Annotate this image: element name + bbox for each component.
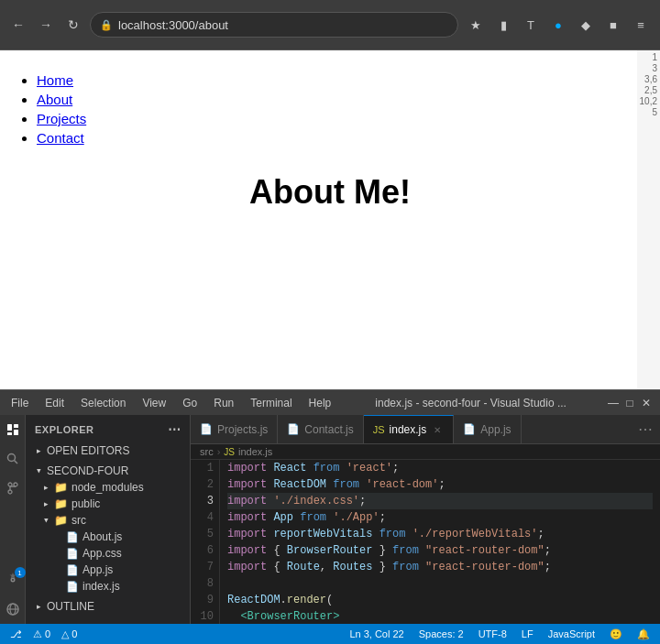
sidebar-header: EXPLORER ⋯ [26,415,190,441]
tab-projects-js[interactable]: 📄 Projects.js [191,415,278,444]
source-control-icon[interactable] [2,477,24,499]
nav-forward-button[interactable]: → [35,14,57,36]
breadcrumb: src › JS index.js [191,444,660,460]
menu-view[interactable]: View [138,395,170,411]
nav-link-about[interactable]: About [37,92,72,107]
src-folder-icon: 📁 [54,514,68,527]
settings-badge: 1 [15,567,26,578]
menu-terminal[interactable]: Terminal [247,395,295,411]
file-about-js[interactable]: 📄 About.js [26,529,190,545]
nav-item-home[interactable]: Home [37,72,660,88]
node-modules-folder[interactable]: ▸ 📁 node_modules [26,479,190,496]
translate-icon[interactable]: T [519,13,543,37]
project-folder[interactable]: ▸ SECOND-FOUR [26,463,190,479]
menu-icon[interactable]: ≡ [629,13,653,37]
firefox-sync-icon[interactable]: ● [546,13,570,37]
language-indicator[interactable]: JavaScript [545,628,598,640]
sidebar-more-icon[interactable]: ⋯ [168,422,182,437]
window-minimize-button[interactable]: — [607,397,620,409]
git-branch-icon[interactable]: ⎇ [7,628,25,640]
tabs-more-button[interactable]: ⋯ [631,420,660,438]
code-line-9: ReactDOM.render( [227,592,653,608]
bookmark-icon[interactable]: ★ [464,13,488,37]
nav-item-contact[interactable]: Contact [37,130,660,146]
menu-go[interactable]: Go [179,395,201,411]
code-editor[interactable]: 1 2 3 4 5 6 7 8 9 10 11 12 13 import Rea… [191,460,660,624]
window-close-button[interactable]: ✕ [640,397,653,409]
nav-item-about[interactable]: About [37,92,660,107]
chevron-icon: ▸ [37,446,41,455]
file-index-js[interactable]: 📄 index.js [26,578,190,595]
breadcrumb-src: src [200,446,214,457]
public-label: public [72,497,100,510]
menu-selection[interactable]: Selection [77,395,129,411]
nav-item-projects[interactable]: Projects [37,111,660,126]
vscode-body: 1 EXPLORER ⋯ ▸ OPEN EDITORS ▸ SECO [0,415,660,624]
tab-contact-js[interactable]: 📄 Contact.js [278,415,363,444]
outline-chevron: ▸ [37,602,41,611]
line-numbers: 1 2 3 4 5 6 7 8 9 10 11 12 13 [191,460,220,624]
address-bar[interactable]: 🔒 localhost:3000/about [90,12,458,38]
project-name: SECOND-FOUR [47,464,128,477]
shield-icon[interactable]: ◆ [574,13,598,37]
outline-folder[interactable]: ▸ OUTLINE [26,598,190,615]
pocket-icon[interactable]: ▮ [491,13,515,37]
app-js-icon: 📄 [66,564,79,576]
eol-indicator[interactable]: LF [519,628,536,640]
settings-icon[interactable]: 1 [2,569,24,591]
node-modules-chevron: ▸ [44,483,49,492]
open-editors-folder[interactable]: ▸ OPEN EDITORS [26,442,190,459]
open-editors-label: OPEN EDITORS [47,444,129,457]
menu-file[interactable]: File [7,395,32,411]
breadcrumb-filename: index.js [238,446,272,457]
status-bar: ⎇ ⚠ 0 △ 0 Ln 3, Col 22 Spaces: 2 UTF-8 L… [0,624,660,644]
code-content[interactable]: import React from 'react'; import ReactD… [220,460,660,624]
activity-bar: 1 [0,415,26,624]
ln-col-indicator[interactable]: Ln 3, Col 22 [346,628,406,640]
breadcrumb-file-icon: JS [224,447,235,457]
menu-edit[interactable]: Edit [41,395,68,411]
code-line-6: import { BrowserRouter } from "react-rou… [227,542,653,559]
search-icon[interactable] [2,448,24,470]
src-folder[interactable]: ▸ 📁 src [26,512,190,529]
public-folder[interactable]: ▸ 📁 public [26,496,190,512]
encoding-indicator[interactable]: UTF-8 [476,628,510,640]
nav-reload-button[interactable]: ↻ [62,14,84,36]
nav-link-contact[interactable]: Contact [37,130,84,146]
tab-contact-label: Contact.js [304,423,353,436]
svg-point-4 [7,454,15,462]
explorer-icon[interactable] [2,419,24,441]
tab-app-js[interactable]: 📄 App.js [454,415,521,444]
svg-line-5 [14,461,17,464]
svg-rect-1 [14,424,18,428]
site-nav: Home About Projects Contact [0,50,660,146]
notifications-icon[interactable]: 🔔 [634,628,653,640]
extensions-icon[interactable]: ■ [601,13,625,37]
spaces-indicator[interactable]: Spaces: 2 [416,628,467,640]
file-app-js[interactable]: 📄 App.js [26,562,190,578]
sidebar: EXPLORER ⋯ ▸ OPEN EDITORS ▸ SECOND-FOUR … [26,415,191,624]
remote-icon[interactable] [2,598,24,620]
svg-point-8 [8,490,12,494]
public-chevron: ▸ [44,499,49,508]
nav-back-button[interactable]: ← [7,14,29,36]
status-right: Ln 3, Col 22 Spaces: 2 UTF-8 LF JavaScri… [346,628,653,640]
warnings-count[interactable]: △ 0 [59,628,80,640]
menu-run[interactable]: Run [210,395,237,411]
app-css-label: App.css [82,547,122,560]
window-maximize-button[interactable]: □ [623,397,636,409]
tab-close-icon[interactable]: ✕ [431,423,444,436]
editor-area: 📄 Projects.js 📄 Contact.js JS index.js ✕… [191,415,660,624]
feedback-icon[interactable]: 🙂 [607,628,625,640]
tab-index-js[interactable]: JS index.js ✕ [364,415,455,444]
app-css-icon: 📄 [66,548,79,560]
errors-count[interactable]: ⚠ 0 [30,628,53,640]
menu-help[interactable]: Help [305,395,336,411]
nav-link-home[interactable]: Home [37,72,73,88]
vscode-titlebar: File Edit Selection View Go Run Terminal… [0,389,660,415]
about-js-icon: 📄 [66,531,79,543]
tab-projects-label: Projects.js [217,423,268,436]
nav-link-projects[interactable]: Projects [37,111,86,126]
tab-index-label: index.js [390,423,427,436]
file-app-css[interactable]: 📄 App.css [26,545,190,562]
